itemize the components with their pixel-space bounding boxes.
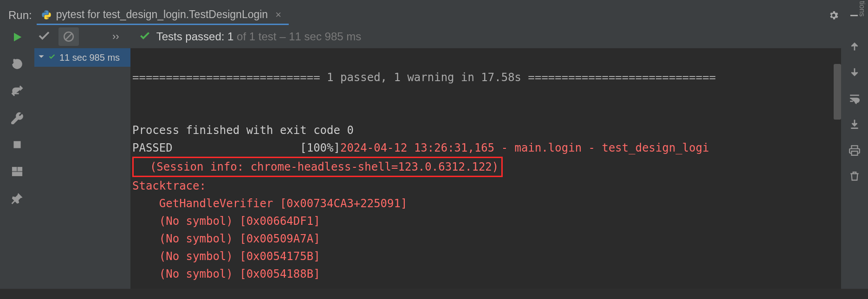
stacktrace-line-3: (No symbol) [0x00509A7A] [132,232,320,245]
stacktrace-line-1: GetHandleVerifier [0x00734CA3+225091] [132,197,407,210]
soft-wrap-button[interactable] [847,91,862,106]
console-process-exit: Process finished with exit code 0 [132,124,354,137]
body-row: 11 sec 985 ms ==========================… [34,48,841,289]
svg-rect-2 [13,167,17,171]
right-toolbar [841,25,868,289]
test-status-bar: ›› Tests passed: 1 of 1 test – 11 sec 98… [34,25,841,48]
run-tab-title: pytest for test_design_login.TestDesignL… [56,8,268,21]
scroll-to-end-button[interactable] [847,117,862,132]
trash-button[interactable] [847,169,862,184]
layout-button[interactable] [9,163,26,180]
stacktrace-label: Stacktrace: [132,179,206,192]
run-config-tab[interactable]: pytest for test_design_login.TestDesignL… [37,6,289,25]
print-button[interactable] [847,143,862,158]
tests-status-text: Tests passed: 1 of 1 test – 11 sec 985 m… [156,30,362,43]
expand-collapse-icon[interactable]: ›› [84,31,133,43]
test-tree-root[interactable]: 11 sec 985 ms [34,48,130,67]
pin-button[interactable] [9,190,26,207]
stacktrace-line-4: (No symbol) [0x0054175B] [132,250,320,263]
check-icon [48,53,56,62]
run-tab-bar: Run: pytest for test_design_login.TestDe… [0,6,868,25]
settings-button[interactable] [826,8,841,23]
stacktrace-line-2: (No symbol) [0x00664DF1] [132,215,320,228]
python-icon [41,10,52,20]
tests-total-text: of 1 test – 11 sec 985 ms [237,30,361,43]
left-toolbar [0,25,34,289]
rerun-button[interactable] [9,29,26,45]
console-timestamp-line: 2024-04-12 13:26:31,165 - main.login - t… [340,141,709,154]
toggle-auto-test-button[interactable] [9,83,26,99]
console-summary: ============================ 1 passed, 1… [132,71,716,84]
console-scrollbar[interactable] [834,64,841,120]
test-tree-panel: 11 sec 985 ms [34,48,130,289]
show-ignored-toggle[interactable] [58,27,79,46]
svg-rect-3 [18,167,22,171]
console-output[interactable]: ============================ 1 passed, 1… [130,48,841,289]
show-passed-toggle[interactable] [35,27,53,46]
main-area: ›› Tests passed: 1 of 1 test – 11 sec 98… [0,25,868,289]
bottom-status-bar [0,289,868,299]
chevron-down-icon [38,53,45,62]
close-tab-icon[interactable]: × [272,9,284,21]
content-column: ›› Tests passed: 1 of 1 test – 11 sec 98… [34,25,841,289]
stop-button[interactable] [9,136,26,153]
run-label: Run: [4,9,37,22]
session-info-highlight: (Session info: chrome-headless-shell=123… [132,157,503,177]
top-edge [0,0,868,6]
test-root-time: 11 sec 985 ms [59,52,120,63]
tests-passed-icon [139,30,151,44]
tests-passed-count: 1 [227,30,233,43]
svg-line-6 [66,34,72,40]
stacktrace-line-5: (No symbol) [0x0054188B] [132,267,320,280]
svg-rect-1 [14,141,20,148]
console-passed-prefix: PASSED [100%] [132,141,340,154]
rerun-failed-button[interactable] [9,56,26,72]
wrench-button[interactable] [9,109,26,126]
right-panel-tab-fragment[interactable]: tions [857,0,867,18]
svg-rect-4 [13,172,22,176]
tests-passed-label: Tests passed: [156,30,225,43]
down-arrow-button[interactable] [847,65,862,80]
up-arrow-button[interactable] [847,39,862,54]
